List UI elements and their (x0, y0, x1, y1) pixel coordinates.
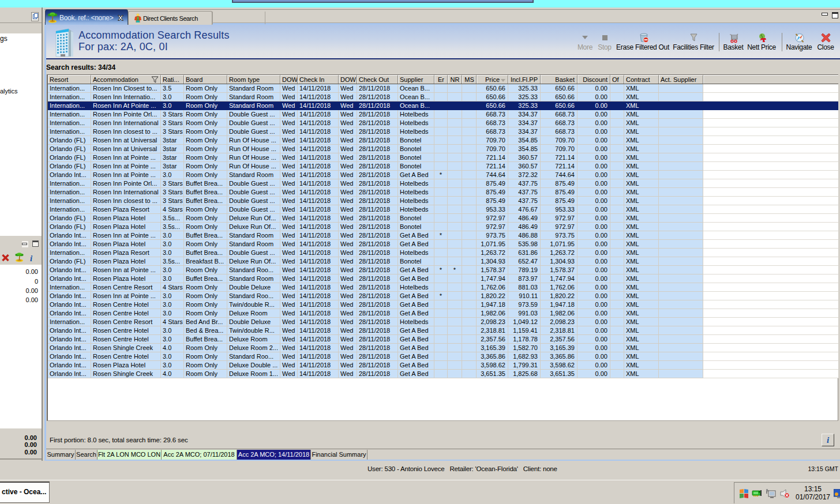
svg-text:i: i (30, 254, 33, 263)
